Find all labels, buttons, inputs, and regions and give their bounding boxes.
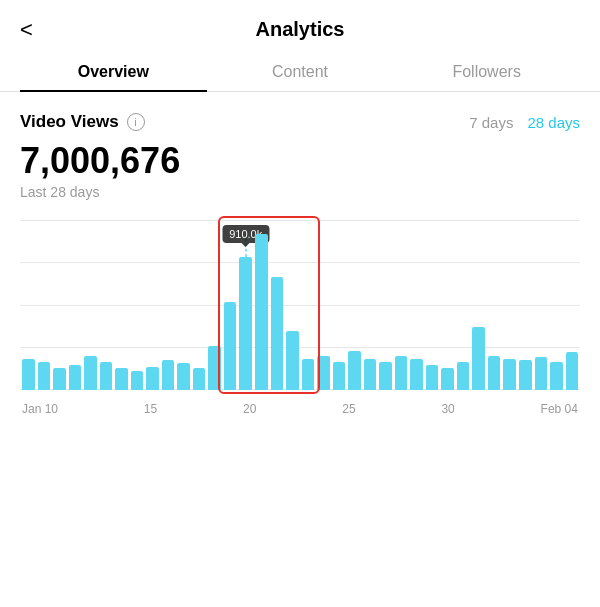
time-28days[interactable]: 28 days xyxy=(527,114,580,131)
chart-bar[interactable] xyxy=(22,359,35,390)
chart-bar[interactable] xyxy=(426,365,439,390)
chart-bar[interactable] xyxy=(472,327,485,390)
chart-container: 910.0k Jan 1015202530Feb 04 xyxy=(20,220,580,420)
chart-bar[interactable] xyxy=(441,368,454,390)
x-label: Feb 04 xyxy=(541,402,578,416)
section-title-wrap: Video Views i xyxy=(20,112,145,132)
chart-bar[interactable] xyxy=(550,362,563,390)
chart-bar[interactable] xyxy=(566,352,579,390)
chart-bar[interactable] xyxy=(162,360,175,390)
x-label: 20 xyxy=(243,402,256,416)
section-header: Video Views i 7 days 28 days xyxy=(20,112,580,132)
chart-bar[interactable] xyxy=(410,359,423,390)
section-title: Video Views xyxy=(20,112,119,132)
chart-bar[interactable] xyxy=(519,360,532,390)
chart-bar[interactable] xyxy=(38,362,51,390)
chart-bar[interactable] xyxy=(271,277,284,390)
x-axis-labels: Jan 1015202530Feb 04 xyxy=(20,392,580,420)
x-label: 30 xyxy=(441,402,454,416)
chart-bar[interactable] xyxy=(208,346,221,390)
chart-bar[interactable] xyxy=(488,356,501,390)
x-label: 25 xyxy=(342,402,355,416)
chart-bar[interactable] xyxy=(286,331,299,390)
chart-bar[interactable] xyxy=(193,368,206,390)
chart-bar[interactable] xyxy=(379,362,392,390)
chart-bar[interactable] xyxy=(317,356,330,390)
date-range-label: Last 28 days xyxy=(20,184,580,200)
chart-bar[interactable] xyxy=(255,234,268,390)
chart-bar[interactable] xyxy=(224,302,237,390)
tab-bar: Overview Content Followers xyxy=(0,53,600,92)
page-title: Analytics xyxy=(256,18,345,41)
chart-bar[interactable] xyxy=(395,356,408,390)
chart-bar[interactable] xyxy=(131,371,144,390)
header: < Analytics xyxy=(0,0,600,53)
tab-overview[interactable]: Overview xyxy=(20,53,207,91)
x-label: 15 xyxy=(144,402,157,416)
chart-bar[interactable] xyxy=(348,351,361,390)
content-area: Video Views i 7 days 28 days 7,000,676 L… xyxy=(0,92,600,420)
back-button[interactable]: < xyxy=(20,17,33,43)
chart-bar[interactable] xyxy=(100,362,113,390)
chart-bar[interactable] xyxy=(84,356,97,390)
tooltip-dashed-line xyxy=(245,233,246,257)
total-views: 7,000,676 xyxy=(20,140,580,182)
x-label: Jan 10 xyxy=(22,402,58,416)
chart-bar[interactable] xyxy=(177,363,190,390)
chart-bar[interactable] xyxy=(364,359,377,390)
time-controls: 7 days 28 days xyxy=(469,114,580,131)
chart-bar[interactable] xyxy=(302,359,315,390)
info-icon[interactable]: i xyxy=(127,113,145,131)
time-7days[interactable]: 7 days xyxy=(469,114,513,131)
chart-bar[interactable] xyxy=(115,368,128,390)
chart-bar[interactable] xyxy=(146,367,159,390)
chart-bar[interactable] xyxy=(457,362,470,390)
chart-bar[interactable] xyxy=(53,368,66,390)
tab-content[interactable]: Content xyxy=(207,53,394,91)
bars-wrapper: 910.0k xyxy=(20,220,580,390)
app-container: < Analytics Overview Content Followers V… xyxy=(0,0,600,420)
chart-bar[interactable] xyxy=(535,357,548,390)
tab-followers[interactable]: Followers xyxy=(393,53,580,91)
chart-bar[interactable] xyxy=(333,362,346,390)
chart-bar[interactable] xyxy=(69,365,82,390)
chart-bar[interactable]: 910.0k xyxy=(239,257,252,390)
chart-bar[interactable] xyxy=(503,359,516,390)
